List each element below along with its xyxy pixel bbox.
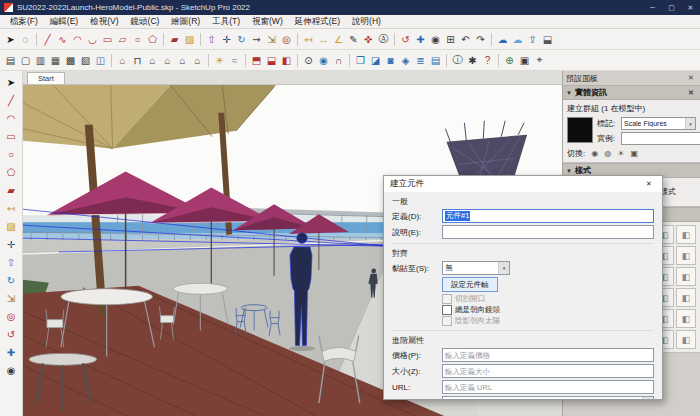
size-input[interactable] — [442, 364, 654, 378]
always-face-camera-checkbox[interactable]: 總是朝向鏡頭 — [442, 305, 654, 315]
zoom-extents-tool[interactable]: ⊞ — [443, 31, 458, 48]
cast-shadows-toggle[interactable]: ☀ — [617, 149, 624, 158]
scale-tool[interactable]: ⇲ — [3, 290, 20, 306]
menu-item[interactable]: 視窗(W) — [246, 16, 289, 28]
close-button[interactable]: ✕ — [681, 0, 700, 15]
type-dropdown[interactable]: ▾ — [442, 396, 654, 399]
entity-info-close-button[interactable]: ✕ — [685, 89, 697, 97]
instance-input[interactable] — [621, 132, 700, 145]
tags-panel[interactable]: ◈ — [398, 52, 413, 69]
checkbox-box[interactable] — [442, 305, 452, 315]
hidden-eye-toggle[interactable]: ◉ — [591, 149, 598, 158]
shaded-textures-style[interactable]: ▩ — [63, 52, 78, 69]
circle-tool[interactable]: ○ — [130, 31, 145, 48]
walk-tool[interactable]: ∩ — [331, 52, 346, 69]
hidden-line-style[interactable]: ▥ — [33, 52, 48, 69]
iso-view[interactable]: ⌂ — [115, 52, 130, 69]
3d-warehouse[interactable]: ☁ — [495, 31, 510, 48]
line-tool[interactable]: ╱ — [3, 92, 20, 108]
move-tool[interactable]: ✛ — [3, 236, 20, 252]
menu-item[interactable]: 說明(H) — [346, 16, 387, 28]
match-photo[interactable]: ▣ — [517, 52, 532, 69]
menu-item[interactable]: 鏡頭(C) — [125, 16, 166, 28]
menu-item[interactable]: 編輯(E) — [44, 16, 84, 28]
menu-item[interactable]: 延伸程式(E) — [289, 16, 346, 28]
left-view[interactable]: ⌂ — [190, 52, 205, 69]
shaded-style[interactable]: ▦ — [48, 52, 63, 69]
zoom-tool[interactable]: ◉ — [3, 362, 20, 378]
component-thumbnail[interactable]: ◧ — [676, 330, 696, 349]
circle-tool[interactable]: ○ — [3, 146, 20, 162]
rotated-rectangle-tool[interactable]: ▱ — [115, 31, 130, 48]
back-edges-style[interactable]: ▤ — [3, 52, 18, 69]
axes-tool[interactable]: ✜ — [361, 31, 376, 48]
dialog-title-bar[interactable]: 建立元件 ✕ — [384, 176, 662, 192]
orbit-tool[interactable]: ↺ — [3, 326, 20, 342]
materials-panel[interactable]: ◪ — [368, 52, 383, 69]
component-thumbnail[interactable]: ◧ — [676, 309, 696, 328]
section-cuts-toggle[interactable]: ⬓ — [264, 52, 279, 69]
menu-item[interactable]: 繪圖(R) — [165, 16, 206, 28]
checkbox-box[interactable] — [442, 316, 452, 326]
paint-bucket-tool[interactable]: ▨ — [3, 218, 20, 234]
x-ray-style[interactable]: ◫ — [93, 52, 108, 69]
orbit-tool[interactable]: ↺ — [398, 31, 413, 48]
rotate-tool[interactable]: ↻ — [234, 31, 249, 48]
receive-shadows-toggle[interactable]: ▣ — [630, 149, 638, 158]
eraser-tool[interactable]: ▰ — [167, 31, 182, 48]
paint-bucket-tool[interactable]: ▨ — [182, 31, 197, 48]
menu-item[interactable]: 檢視(V) — [84, 16, 124, 28]
maximize-button[interactable]: ▢ — [662, 0, 681, 15]
rotate-tool[interactable]: ↻ — [3, 272, 20, 288]
price-input[interactable] — [442, 348, 654, 362]
fog-toggle[interactable]: ≈ — [227, 52, 242, 69]
tray-close-button[interactable]: ✕ — [685, 74, 697, 82]
model-info[interactable]: ⓘ — [450, 52, 465, 69]
two-point-arc-tool[interactable]: ◡ — [85, 31, 100, 48]
scale-tool[interactable]: ⇲ — [264, 31, 279, 48]
section-plane-tool[interactable]: ⬓ — [540, 31, 555, 48]
tab-start[interactable]: Start — [27, 72, 65, 84]
url-input[interactable] — [442, 380, 654, 394]
polygon-tool[interactable]: ⬠ — [3, 164, 20, 180]
section-fill-toggle[interactable]: ◧ — [279, 52, 294, 69]
styles-panel[interactable]: ◙ — [383, 52, 398, 69]
pan-tool[interactable]: ✚ — [413, 31, 428, 48]
eraser-tool[interactable]: ▰ — [3, 182, 20, 198]
move-tool[interactable]: ✛ — [219, 31, 234, 48]
scenes-panel[interactable]: ▤ — [428, 52, 443, 69]
tag-dropdown[interactable]: Scale Figures ▾ — [621, 117, 696, 130]
wireframe-style[interactable]: ▢ — [18, 52, 33, 69]
select-tool[interactable]: ➤ — [3, 74, 20, 90]
3d-text-tool[interactable]: Ⓐ — [376, 31, 391, 48]
arc-tool[interactable]: ◠ — [70, 31, 85, 48]
protractor-tool[interactable]: ∠ — [331, 31, 346, 48]
polygon-tool[interactable]: ⬠ — [145, 31, 160, 48]
freehand-tool[interactable]: ∿ — [55, 31, 70, 48]
previous-view[interactable]: ↶ — [458, 31, 473, 48]
advanced-camera[interactable]: ⌖ — [532, 52, 547, 69]
checkbox-box[interactable] — [442, 294, 452, 304]
tape-measure-tool[interactable]: ↤ — [301, 31, 316, 48]
dimensions-tool[interactable]: ↔ — [316, 31, 331, 48]
menu-item[interactable]: 檔案(F) — [4, 16, 44, 28]
outliner-panel[interactable]: ≣ — [413, 52, 428, 69]
back-view[interactable]: ⌂ — [175, 52, 190, 69]
extension-warehouse[interactable]: ☁ — [510, 31, 525, 48]
share-model[interactable]: ⇪ — [525, 31, 540, 48]
pan-tool[interactable]: ✚ — [3, 344, 20, 360]
add-location[interactable]: ⊕ — [502, 52, 517, 69]
look-around-tool[interactable]: ◉ — [316, 52, 331, 69]
next-view[interactable]: ↷ — [473, 31, 488, 48]
components-panel[interactable]: ❐ — [353, 52, 368, 69]
entity-info-header[interactable]: ▼ 實體資訊 ✕ — [563, 85, 700, 100]
lock-toggle[interactable]: ◍ — [604, 149, 611, 158]
arc-tool[interactable]: ◠ — [3, 110, 20, 126]
glue-to-dropdown[interactable]: 無 ▾ — [442, 261, 510, 275]
instructor[interactable]: ? — [480, 52, 495, 69]
rectangle-tool[interactable]: ▭ — [100, 31, 115, 48]
offset-tool[interactable]: ◎ — [3, 308, 20, 324]
cut-opening-checkbox[interactable]: 切割開口 — [442, 294, 654, 304]
menu-item[interactable]: 工具(T) — [206, 16, 246, 28]
lasso-tool[interactable]: ◌ — [18, 31, 33, 48]
